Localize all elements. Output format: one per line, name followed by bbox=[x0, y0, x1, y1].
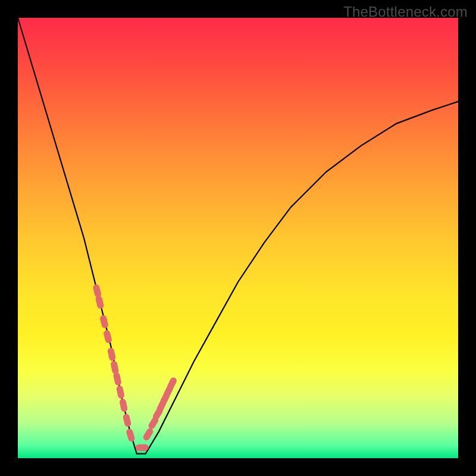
curve-marker bbox=[107, 347, 116, 361]
curve-marker bbox=[99, 315, 109, 329]
curve-marker bbox=[103, 330, 112, 344]
curve-marker bbox=[92, 284, 102, 298]
curve-marker bbox=[142, 427, 155, 442]
curve-marker bbox=[110, 361, 119, 375]
curve-marker bbox=[126, 428, 136, 442]
curve-marker bbox=[113, 372, 122, 386]
chart-frame bbox=[18, 18, 458, 458]
bottleneck-curve bbox=[18, 18, 458, 454]
bottleneck-chart bbox=[18, 18, 458, 458]
marker-group bbox=[92, 284, 178, 451]
curve-marker bbox=[136, 444, 149, 451]
watermark-text: TheBottleneck.com bbox=[343, 4, 468, 20]
curve-marker bbox=[119, 398, 128, 412]
curve-marker bbox=[95, 295, 105, 309]
curve-marker bbox=[116, 385, 125, 399]
curve-marker bbox=[123, 413, 132, 427]
